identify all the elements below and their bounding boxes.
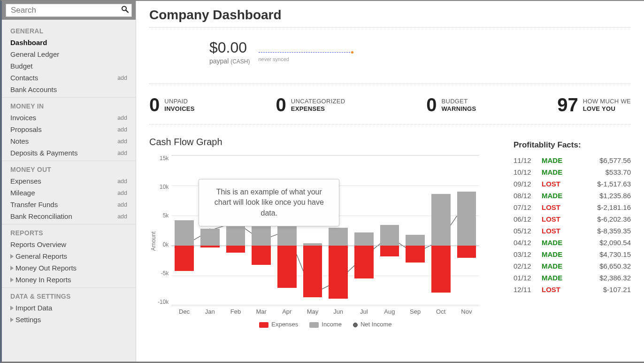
profit-status: MADE: [542, 250, 568, 258]
profitability-row[interactable]: 03/12MADE$4,730.15: [514, 248, 631, 260]
chart-bar-slot[interactable]: [329, 155, 347, 305]
sidebar-item-label: Budget: [10, 62, 33, 70]
ytick-label: -5k: [161, 270, 169, 277]
cashflow-area: Cash Flow Graph Amount 15k10k5k0k-5k-10k…: [149, 137, 631, 328]
sidebar-item[interactable]: Bank Reconciliationadd: [2, 210, 136, 222]
ytick-label: 10k: [160, 184, 169, 190]
sidebar-item[interactable]: Bank Accounts: [2, 84, 136, 95]
sidebar-item[interactable]: Mileageadd: [2, 187, 136, 199]
chart-bar-slot[interactable]: [431, 155, 450, 305]
sidebar-subitem[interactable]: Settings: [2, 314, 136, 325]
sidebar-item[interactable]: Contactsadd: [2, 72, 136, 84]
chart-bar-slot[interactable]: [226, 155, 245, 305]
app-root: GENERALDashboardGeneral LedgerBudgetCont…: [0, 0, 644, 363]
profit-status: MADE: [542, 239, 568, 247]
stat-block[interactable]: 0UNCATEGORIZEDEXPENSES: [276, 94, 345, 116]
profitability-row[interactable]: 02/12MADE$6,650.32: [514, 260, 631, 272]
chart-bar-slot[interactable]: [457, 155, 476, 305]
profit-date: 01/12: [514, 274, 536, 282]
profitability-row[interactable]: 01/12MADE$2,386.32: [514, 272, 631, 284]
sidebar-item[interactable]: Invoicesadd: [2, 112, 136, 124]
chart-bar-slot[interactable]: [380, 155, 399, 305]
chart-plot-area: This is an example of what your chart wi…: [171, 155, 479, 328]
sidebar-item-add[interactable]: add: [117, 201, 127, 208]
sidebar-subitem[interactable]: Money In Reports: [2, 274, 136, 286]
sidebar-item-label: Deposits & Payments: [10, 149, 77, 157]
legend-expenses: Expenses: [259, 321, 298, 328]
profit-status: LOST: [542, 180, 568, 188]
profitability-row[interactable]: 04/12MADE$2,090.54: [514, 237, 631, 248]
profit-status: LOST: [542, 203, 568, 211]
sidebar-subitem-label: Settings: [15, 316, 41, 324]
sidebar-item[interactable]: Expensesadd: [2, 175, 136, 187]
caret-right-icon: [10, 278, 14, 282]
profitability-row[interactable]: 11/12MADE$6,577.56: [514, 154, 631, 166]
sidebar-item[interactable]: Deposits & Paymentsadd: [2, 147, 136, 159]
profit-date: 06/12: [514, 215, 536, 223]
sidebar: GENERALDashboardGeneral LedgerBudgetCont…: [2, 1, 136, 362]
stat-block[interactable]: 0BUDGETWARNINGS: [426, 94, 476, 116]
legend-income: Income: [309, 321, 342, 328]
expense-bar: [380, 246, 399, 256]
xtick-label: Mar: [248, 308, 274, 315]
income-bar: [200, 229, 219, 246]
balance-account-name: paypal: [209, 57, 229, 65]
balance-synced: never synced: [259, 56, 353, 62]
chart-bar-slot[interactable]: [252, 155, 270, 305]
sidebar-item-add[interactable]: add: [117, 138, 127, 145]
profit-status: LOST: [542, 215, 568, 223]
stat-number: 0: [276, 94, 286, 116]
chart-yaxis: 15k10k5k0k-5k-10k: [158, 155, 171, 305]
sidebar-item[interactable]: Budget: [2, 60, 136, 72]
sidebar-item-add[interactable]: add: [117, 75, 127, 81]
chart-bar-slot[interactable]: [175, 155, 193, 305]
xtick-label: Feb: [223, 308, 249, 315]
sidebar-item-add[interactable]: add: [117, 178, 127, 185]
profitability-row[interactable]: 12/11LOST$-107.21: [514, 284, 631, 295]
chart-bar-slot[interactable]: [277, 155, 296, 305]
income-bar: [175, 220, 193, 246]
stat-block[interactable]: 97HOW MUCH WELOVE YOU: [557, 94, 631, 116]
profitability-row[interactable]: 07/12LOST$-2,181.16: [514, 201, 631, 213]
expense-bar: [457, 246, 476, 258]
profitability-row[interactable]: 09/12LOST$-1,517.63: [514, 178, 631, 190]
profit-status: MADE: [542, 192, 568, 200]
sidebar-item-label: Dashboard: [10, 39, 47, 46]
sidebar-item-label: Mileage: [10, 189, 35, 197]
svg-line-1: [126, 10, 128, 13]
profitability-row[interactable]: 08/12MADE$1,235.86: [514, 190, 631, 201]
chart-bar-slot[interactable]: [200, 155, 219, 305]
stat-number: 0: [426, 94, 437, 116]
sidebar-subitem[interactable]: Import Data: [2, 302, 136, 314]
sidebar-item[interactable]: Reports Overview: [2, 239, 136, 250]
sidebar-subitem[interactable]: Money Out Reports: [2, 262, 136, 274]
search-box[interactable]: [6, 4, 132, 17]
nav-section-header: REPORTS: [2, 229, 136, 239]
sidebar-subitem[interactable]: General Reports: [2, 250, 136, 262]
chart-bar-slot[interactable]: [406, 155, 424, 305]
profitability-row[interactable]: 05/12LOST$-8,359.35: [514, 225, 631, 237]
sidebar-item[interactable]: Dashboard: [2, 37, 136, 48]
sidebar-subitem-label: Import Data: [15, 304, 52, 312]
sidebar-item-add[interactable]: add: [117, 126, 127, 133]
sidebar-item-label: Bank Accounts: [10, 85, 57, 93]
sidebar-item[interactable]: Transfer Fundsadd: [2, 199, 136, 210]
sidebar-item-add[interactable]: add: [117, 190, 127, 196]
search-icon[interactable]: [121, 6, 129, 15]
xtick-label: Aug: [377, 308, 403, 315]
chart-bar-slot[interactable]: [354, 155, 373, 305]
expense-bar: [277, 246, 296, 288]
chart-bar-slot[interactable]: [303, 155, 322, 305]
sidebar-item[interactable]: General Ledger: [2, 48, 136, 60]
sidebar-item-label: Bank Reconciliation: [10, 212, 72, 220]
profit-date: 12/11: [514, 286, 536, 293]
sidebar-item-add[interactable]: add: [117, 150, 127, 156]
sidebar-item[interactable]: Notesadd: [2, 135, 136, 147]
search-input[interactable]: [6, 4, 131, 16]
sidebar-item-add[interactable]: add: [117, 115, 127, 121]
stat-block[interactable]: 0UNPAIDINVOICES: [149, 94, 195, 116]
profitability-row[interactable]: 10/12MADE$533.70: [514, 166, 631, 178]
sidebar-item-add[interactable]: add: [117, 213, 127, 220]
profitability-row[interactable]: 06/12LOST$-6,202.36: [514, 213, 631, 225]
sidebar-item[interactable]: Proposalsadd: [2, 124, 136, 135]
